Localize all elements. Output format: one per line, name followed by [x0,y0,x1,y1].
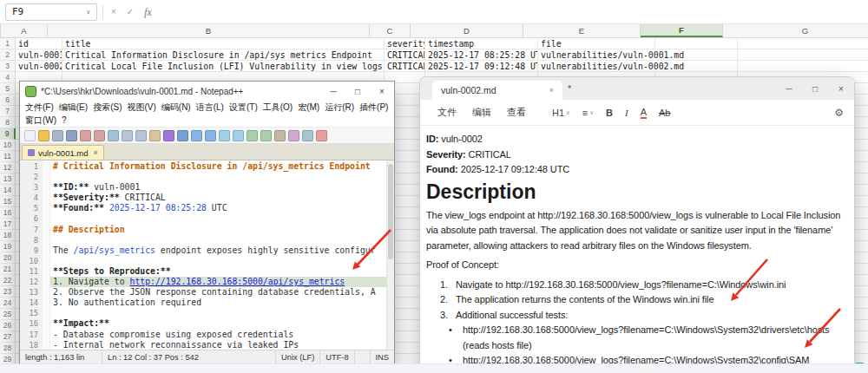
cell-B3[interactable]: Critical Local File Inclusion (LFI) Vuln… [62,61,385,72]
cell-B2[interactable]: Critical Information Disclosure in /api/… [62,49,385,61]
row-header-11[interactable]: 11 [0,151,16,162]
npp-menu-item-3[interactable]: 视图(V) [124,101,158,114]
save-all-icon[interactable] [66,130,77,141]
editor-line-9[interactable]: 9The /api/sys_metrics endpoint exposes h… [20,245,394,256]
row-header-26[interactable]: 26 [0,320,16,331]
indent-guide-icon[interactable] [302,130,313,141]
word-wrap-icon[interactable] [274,130,286,141]
cell-E2[interactable]: vulnerabilities/vuln-0001.md [538,49,655,61]
cut-icon[interactable] [122,130,133,141]
row-header-21[interactable]: 21 [0,264,16,275]
taskbar[interactable] [0,363,868,373]
npp-menu-item-w1[interactable]: ? [59,115,69,125]
cell-A1[interactable]: id [16,38,62,49]
cell-E3[interactable]: vulnerabilities/vuln-0002.md [538,61,655,72]
npp-menu-item-10[interactable]: 插件(P) [357,101,391,114]
editor-line-11[interactable]: 11**Steps to Reproduce:** [20,266,394,277]
redo-icon[interactable] [177,130,188,141]
zoom-out-icon[interactable] [233,130,244,141]
row-header-6[interactable]: 6 [0,95,16,106]
italic-button[interactable]: I [620,105,634,121]
close-button[interactable]: × [828,84,854,94]
editor-line-18[interactable]: 18- Internal network reconnaissance via … [20,340,394,350]
npp-menu-item-8[interactable]: 宏(M) [295,101,322,114]
copy-icon[interactable] [135,130,147,141]
new-file-icon[interactable] [24,130,36,141]
heading-select[interactable]: H1∨ [547,105,575,121]
row-header-14[interactable]: 14 [0,185,16,196]
cell-B1[interactable]: title [62,38,385,49]
cancel-entry-icon[interactable]: × [108,7,119,16]
column-header-C[interactable]: C [370,24,411,37]
row-header-5[interactable]: 5 [0,83,16,95]
sync-scroll-horizontal-icon[interactable] [260,130,272,141]
row-header-23[interactable]: 23 [0,286,16,298]
minimize-button[interactable]: ─ [776,84,802,94]
editor-line-2[interactable]: 2 [20,172,394,182]
macro-record-icon[interactable] [316,130,327,141]
show-all-chars-icon[interactable] [288,130,299,141]
sync-scroll-vertical-icon[interactable] [247,130,258,141]
editor-line-15[interactable]: 15 [20,308,394,318]
editor-line-7[interactable]: 7## Description [20,225,394,235]
column-header-E[interactable]: E [523,24,641,37]
editor-line-10[interactable]: 10 [20,256,394,266]
row-header-9[interactable]: 9 [0,128,16,140]
open-folder-icon[interactable] [38,130,49,141]
editor-line-8[interactable]: 8 [20,235,394,245]
cell-G2[interactable] [738,49,868,61]
save-icon[interactable] [52,130,63,141]
font-color-button[interactable]: A [635,104,652,121]
editor-line-4[interactable]: 4**Severity:** CRITICAL [20,193,394,203]
cell-G1[interactable] [738,38,868,49]
row-header-4[interactable]: 4 [0,72,16,83]
cell-D3[interactable]: 2025-12-17 09:12:48 UTC [425,61,538,72]
cell-A2[interactable]: vuln-0001 [16,49,62,61]
cell-D2[interactable]: 2025-12-17 08:25:28 UTC [425,49,538,61]
row-header-17[interactable]: 17 [0,219,16,230]
confirm-entry-icon[interactable]: ✓ [124,7,136,16]
zoom-in-icon[interactable] [219,130,230,141]
editor-line-12[interactable]: 121. Navigate to http://192.168.30.168:5… [20,277,394,287]
row-header-15[interactable]: 15 [0,196,16,207]
editor-line-16[interactable]: 16**Impact:** [20,318,394,329]
cell-F1[interactable] [655,38,738,49]
close-all-icon[interactable] [94,130,105,141]
row-header-24[interactable]: 24 [0,298,16,309]
editor-line-14[interactable]: 143. No authentication required [20,298,394,308]
editor-line-6[interactable]: 6 [20,213,394,224]
editor-line-13[interactable]: 132. Observe the JSON response containin… [20,287,394,298]
maximize-button[interactable]: □ [802,84,828,94]
row-header-20[interactable]: 20 [0,252,16,264]
menu-file[interactable]: 文件 [431,103,464,121]
row-header-19[interactable]: 19 [0,241,16,252]
row-header-12[interactable]: 12 [0,162,16,173]
cell-C1[interactable]: severity [385,38,425,49]
npp-menu-item-6[interactable]: 设置(T) [227,101,260,114]
row-header-16[interactable]: 16 [0,207,16,219]
cell-C3[interactable]: CRITICAL [385,61,425,72]
row-header-27[interactable]: 27 [0,331,16,343]
undo-icon[interactable] [163,130,174,141]
editor-scrollbar[interactable] [386,160,394,350]
row-header-22[interactable]: 22 [0,275,16,286]
scrollbar-thumb[interactable] [388,164,393,259]
column-header-A[interactable]: A [1,24,48,37]
menu-edit[interactable]: 编辑 [465,103,498,121]
column-header-G[interactable]: G [723,24,868,37]
editor-line-3[interactable]: 3**ID:** vuln-0001 [20,182,394,193]
find-icon[interactable] [191,130,202,141]
editor-line-17[interactable]: 17- Database compromise using exposed cr… [20,330,394,340]
menu-view[interactable]: 查看 [500,103,533,121]
list-select[interactable]: ≡∨ [577,105,599,121]
cell-G3[interactable] [738,61,868,72]
row-header-8[interactable]: 8 [0,117,16,128]
formula-input[interactable] [160,3,863,21]
print-icon[interactable] [108,130,119,141]
settings-gear-icon[interactable]: ⚙ [834,107,844,119]
npp-menu-item-7[interactable]: 工具(O) [260,101,295,114]
row-header-3[interactable]: 3 [0,61,16,72]
maximize-button[interactable]: □ [345,82,370,101]
tab-vuln-0001-md[interactable]: vuln-0001.md × [22,145,104,160]
bold-button[interactable]: B [601,105,618,121]
